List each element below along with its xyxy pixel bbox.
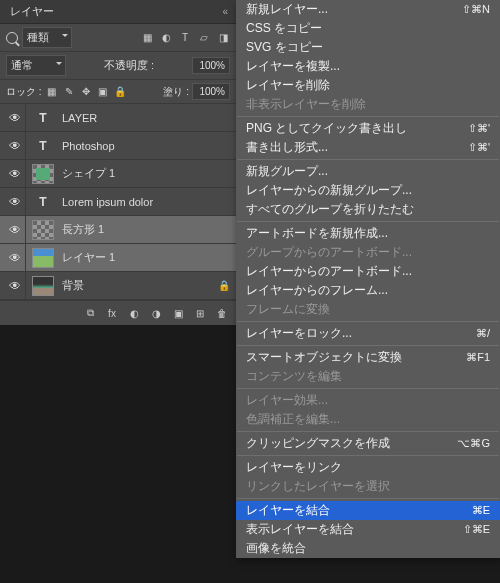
search-icon: [6, 32, 18, 44]
fill-value[interactable]: 100%: [192, 83, 230, 100]
link-icon[interactable]: ⧉: [82, 305, 98, 321]
filter-shape-icon[interactable]: ▱: [197, 31, 211, 45]
menu-item: フレームに変換: [236, 300, 500, 319]
filter-pixel-icon[interactable]: ▦: [140, 31, 154, 45]
lock-label: ロック :: [6, 85, 42, 99]
menu-separator: [237, 388, 499, 389]
layer-name[interactable]: シェイプ 1: [58, 166, 232, 181]
panel-footer: ⧉ fx ◐ ◑ ▣ ⊞ 🗑: [0, 300, 236, 325]
menu-item[interactable]: アートボードを新規作成...: [236, 224, 500, 243]
layer-thumbnail: [32, 276, 54, 296]
menu-item-label: 書き出し形式...: [246, 139, 328, 156]
menu-item[interactable]: クリッピングマスクを作成⌥⌘G: [236, 434, 500, 453]
group-icon[interactable]: ▣: [170, 305, 186, 321]
layer-thumbnail: [32, 248, 54, 268]
menu-item-label: レイヤーを複製...: [246, 58, 340, 75]
visibility-icon[interactable]: 👁: [4, 160, 26, 187]
lock-all-icon[interactable]: 🔒: [113, 85, 127, 99]
menu-separator: [237, 345, 499, 346]
lock-position-icon[interactable]: ✥: [79, 85, 93, 99]
mask-icon[interactable]: ◐: [126, 305, 142, 321]
layers-panel: レイヤー « 種類 ▦ ◐ T ▱ ◨ 通常 不透明度 : 100% ロック :…: [0, 0, 236, 325]
layer-name[interactable]: LAYER: [58, 112, 232, 124]
layer-row[interactable]: 👁 背景 🔒: [0, 272, 236, 300]
menu-item[interactable]: すべてのグループを折りたたむ: [236, 200, 500, 219]
visibility-icon[interactable]: 👁: [4, 132, 26, 159]
menu-item: レイヤー効果...: [236, 391, 500, 410]
menu-item[interactable]: レイヤーを削除: [236, 76, 500, 95]
menu-item[interactable]: 表示レイヤーを結合⇧⌘E: [236, 520, 500, 539]
filter-kind-dropdown[interactable]: 種類: [22, 27, 72, 48]
menu-item[interactable]: レイヤーからの新規グループ...: [236, 181, 500, 200]
menu-item-label: レイヤーをロック...: [246, 325, 352, 342]
menu-item[interactable]: レイヤーを結合⌘E: [236, 501, 500, 520]
menu-item: グループからのアートボード...: [236, 243, 500, 262]
filter-adjust-icon[interactable]: ◐: [159, 31, 173, 45]
menu-item-label: SVG をコピー: [246, 39, 323, 56]
menu-item-label: グループからのアートボード...: [246, 244, 412, 261]
lock-artboard-icon[interactable]: ▣: [96, 85, 110, 99]
menu-item-label: すべてのグループを折りたたむ: [246, 201, 414, 218]
visibility-icon[interactable]: 👁: [4, 244, 26, 271]
menu-separator: [237, 159, 499, 160]
layer-name[interactable]: 背景: [58, 278, 214, 293]
layer-row[interactable]: 👁 T LAYER: [0, 104, 236, 132]
visibility-icon[interactable]: 👁: [4, 104, 26, 131]
menu-item[interactable]: レイヤーを複製...: [236, 57, 500, 76]
layer-row[interactable]: 👁 T Photoshop: [0, 132, 236, 160]
menu-item[interactable]: 画像を統合: [236, 539, 500, 558]
menu-item-label: レイヤー効果...: [246, 392, 328, 409]
fx-icon[interactable]: fx: [104, 305, 120, 321]
lock-pixels-icon[interactable]: ✎: [62, 85, 76, 99]
layer-name[interactable]: レイヤー 1: [58, 250, 232, 265]
menu-item-label: CSS をコピー: [246, 20, 322, 37]
opacity-value[interactable]: 100%: [192, 57, 230, 74]
layer-name[interactable]: Photoshop: [58, 140, 232, 152]
menu-item[interactable]: SVG をコピー: [236, 38, 500, 57]
filter-smart-icon[interactable]: ◨: [216, 31, 230, 45]
menu-item[interactable]: スマートオブジェクトに変換⌘F1: [236, 348, 500, 367]
menu-item[interactable]: レイヤーをリンク: [236, 458, 500, 477]
text-layer-icon: T: [32, 108, 54, 128]
trash-icon[interactable]: 🗑: [214, 305, 230, 321]
menu-item[interactable]: 新規レイヤー...⇧⌘N: [236, 0, 500, 19]
blend-row: 通常 不透明度 : 100%: [0, 52, 236, 80]
menu-shortcut: ⇧⌘N: [462, 3, 490, 16]
menu-separator: [237, 321, 499, 322]
menu-item-label: 新規レイヤー...: [246, 1, 328, 18]
menu-item-label: レイヤーを削除: [246, 77, 330, 94]
layer-name[interactable]: 長方形 1: [58, 222, 232, 237]
visibility-icon[interactable]: 👁: [4, 188, 26, 215]
lock-row: ロック : ▦ ✎ ✥ ▣ 🔒 塗り : 100%: [0, 80, 236, 104]
menu-shortcut: ⇧⌘E: [463, 523, 490, 536]
lock-transparent-icon[interactable]: ▦: [45, 85, 59, 99]
menu-item[interactable]: 書き出し形式...⇧⌘': [236, 138, 500, 157]
layer-row[interactable]: 👁 シェイプ 1: [0, 160, 236, 188]
new-layer-icon[interactable]: ⊞: [192, 305, 208, 321]
menu-item-label: 表示レイヤーを結合: [246, 521, 354, 538]
menu-separator: [237, 116, 499, 117]
menu-item-label: レイヤーからのフレーム...: [246, 282, 388, 299]
filter-type-icon[interactable]: T: [178, 31, 192, 45]
panel-menu-icon[interactable]: «: [222, 6, 226, 17]
menu-item[interactable]: PNG としてクイック書き出し⇧⌘': [236, 119, 500, 138]
layer-row[interactable]: 👁 長方形 1: [0, 216, 236, 244]
visibility-icon[interactable]: 👁: [4, 216, 26, 243]
menu-item[interactable]: 新規グループ...: [236, 162, 500, 181]
lock-icons: ▦ ✎ ✥ ▣ 🔒: [45, 85, 127, 99]
menu-item[interactable]: レイヤーをロック...⌘/: [236, 324, 500, 343]
blend-mode-dropdown[interactable]: 通常: [6, 55, 66, 76]
menu-item[interactable]: レイヤーからのフレーム...: [236, 281, 500, 300]
opacity-label: 不透明度 :: [104, 58, 154, 73]
layer-name[interactable]: Lorem ipsum dolor: [58, 196, 232, 208]
adjust-icon[interactable]: ◑: [148, 305, 164, 321]
menu-item[interactable]: CSS をコピー: [236, 19, 500, 38]
text-layer-icon: T: [32, 192, 54, 212]
layer-row[interactable]: 👁 T Lorem ipsum dolor: [0, 188, 236, 216]
layer-row[interactable]: 👁 レイヤー 1: [0, 244, 236, 272]
text-layer-icon: T: [32, 136, 54, 156]
visibility-icon[interactable]: 👁: [4, 272, 26, 299]
menu-item-label: レイヤーを結合: [246, 502, 330, 519]
menu-item-label: リンクしたレイヤーを選択: [246, 478, 390, 495]
menu-item[interactable]: レイヤーからのアートボード...: [236, 262, 500, 281]
